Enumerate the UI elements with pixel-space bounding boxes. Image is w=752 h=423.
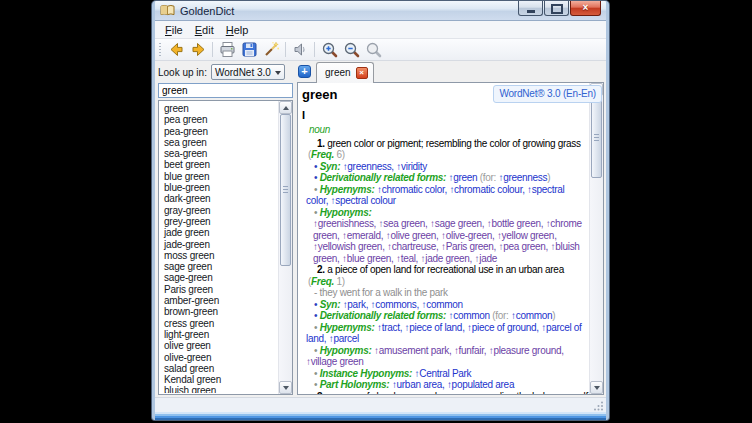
article-link[interactable]: ↑olive-green: [441, 230, 492, 241]
article-link[interactable]: ↑jade: [475, 253, 497, 264]
article-link[interactable]: ↑Paris green: [441, 241, 494, 252]
save-button[interactable]: [238, 40, 260, 60]
article-link[interactable]: ↑populated area: [447, 379, 514, 390]
article-link[interactable]: ↑pea green: [499, 241, 546, 252]
article-link[interactable]: ↑Central Park: [415, 368, 472, 379]
article-link[interactable]: ↑greenness: [499, 172, 548, 183]
word-list-scrollbar[interactable]: [278, 101, 292, 394]
scrollbar-thumb[interactable]: [591, 98, 602, 178]
article-link[interactable]: ↑commons: [371, 299, 417, 310]
scrollbar-thumb[interactable]: [280, 114, 291, 266]
dictionary-badge[interactable]: WordNet® 3.0 (En-En): [493, 85, 602, 103]
list-item[interactable]: blue-green: [160, 182, 278, 193]
minimize-button[interactable]: [518, 1, 543, 16]
list-item[interactable]: amber-green: [160, 295, 278, 306]
window-title: GoldenDict: [180, 5, 234, 17]
article-link[interactable]: ↑spectral colour: [331, 195, 396, 206]
list-item[interactable]: sea-green: [160, 148, 278, 159]
list-item[interactable]: beet green: [160, 159, 278, 170]
back-button[interactable]: [165, 40, 187, 60]
close-button[interactable]: [570, 1, 601, 16]
article-link[interactable]: ↑tract: [377, 322, 400, 333]
add-tab-button[interactable]: [298, 65, 311, 78]
article-link[interactable]: ↑village green: [306, 356, 364, 367]
pronounce-button[interactable]: [289, 40, 311, 60]
list-item[interactable]: pea green: [160, 114, 278, 125]
list-item[interactable]: sage green: [160, 261, 278, 272]
article-link[interactable]: ↑chartreuse: [387, 241, 436, 252]
article-link[interactable]: ↑park: [343, 299, 366, 310]
article-link[interactable]: ↑urban area: [392, 379, 442, 390]
wand-button[interactable]: [260, 40, 282, 60]
list-item[interactable]: blue green: [160, 171, 278, 182]
article-link[interactable]: ↑sage green: [430, 218, 482, 229]
article-link[interactable]: ↑olive green: [386, 230, 436, 241]
list-item[interactable]: sage-green: [160, 272, 278, 283]
article-link[interactable]: ↑yellow green: [497, 230, 554, 241]
window-bottom-frame[interactable]: [155, 412, 606, 420]
article-link[interactable]: ↑common: [422, 299, 463, 310]
article-link[interactable]: ↑chromatic color: [377, 184, 444, 195]
article-link[interactable]: ↑blue green: [342, 253, 391, 264]
title-bar[interactable]: GoldenDict: [155, 1, 606, 21]
article-link[interactable]: ↑common: [511, 310, 552, 321]
list-item[interactable]: pea-green: [160, 126, 278, 137]
article-link[interactable]: ↑viridity: [396, 161, 427, 172]
article-link[interactable]: ↑yellowish green: [313, 241, 382, 252]
list-item[interactable]: moss green: [160, 250, 278, 261]
list-item[interactable]: Paris green: [160, 284, 278, 295]
article-link[interactable]: ↑pleasure ground: [489, 345, 561, 356]
list-item[interactable]: Kendal green: [160, 374, 278, 385]
article-link[interactable]: ↑emerald: [342, 230, 381, 241]
article-link[interactable]: ↑green: [449, 172, 478, 183]
list-item[interactable]: bluish green: [160, 385, 278, 393]
article-link[interactable]: ↑jade green: [421, 253, 470, 264]
forward-button[interactable]: [187, 40, 209, 60]
article-link[interactable]: ↑teal: [396, 253, 416, 264]
scroll-down-icon[interactable]: [279, 381, 292, 394]
zoom-reset-button[interactable]: [362, 40, 384, 60]
article-link[interactable]: ↑piece of land: [405, 322, 463, 333]
tab-close-icon[interactable]: [356, 67, 368, 79]
toolbar: [155, 39, 606, 61]
menu-help[interactable]: Help: [220, 23, 255, 37]
article-link[interactable]: ↑sea green: [379, 218, 425, 229]
scroll-down-icon[interactable]: [590, 381, 603, 394]
list-item[interactable]: light-green: [160, 329, 278, 340]
tab-green[interactable]: green: [316, 62, 374, 83]
list-item[interactable]: jade green: [160, 227, 278, 238]
print-button[interactable]: [216, 40, 238, 60]
article-link[interactable]: ↑bottle green: [487, 218, 541, 229]
list-item[interactable]: grey-green: [160, 216, 278, 227]
menu-edit[interactable]: Edit: [189, 23, 220, 37]
toolbar-grip[interactable]: [159, 43, 161, 57]
list-item[interactable]: green: [160, 103, 278, 114]
list-item[interactable]: salad green: [160, 363, 278, 374]
list-item[interactable]: cress green: [160, 318, 278, 329]
search-input[interactable]: [158, 83, 293, 98]
article-link[interactable]: ↑piece of ground: [467, 322, 536, 333]
zoom-out-button[interactable]: [340, 40, 362, 60]
article-scrollbar[interactable]: [589, 83, 603, 394]
article-link[interactable]: ↑common: [449, 310, 490, 321]
article-link[interactable]: ↑greenness: [343, 161, 392, 172]
list-item[interactable]: jade-green: [160, 239, 278, 250]
article-link[interactable]: ↑parcel: [329, 333, 359, 344]
list-item[interactable]: dark-green: [160, 193, 278, 204]
list-item[interactable]: brown-green: [160, 306, 278, 317]
list-item[interactable]: sea green: [160, 137, 278, 148]
maximize-button[interactable]: [544, 1, 569, 16]
list-item[interactable]: olive green: [160, 340, 278, 351]
resize-grip-icon[interactable]: [593, 400, 604, 411]
menu-file[interactable]: File: [159, 23, 189, 37]
relation-row: • Hyponyms:: [302, 207, 588, 219]
zoom-in-button[interactable]: [318, 40, 340, 60]
article-link[interactable]: ↑amusement park: [374, 345, 449, 356]
article-link[interactable]: ↑chromatic colour: [449, 184, 522, 195]
scroll-up-icon[interactable]: [279, 101, 292, 114]
article-link[interactable]: ↑greenishness: [313, 218, 374, 229]
list-item[interactable]: olive-green: [160, 352, 278, 363]
article-link[interactable]: ↑funfair: [454, 345, 484, 356]
dictionary-select[interactable]: WordNet 3.0: [211, 64, 285, 80]
list-item[interactable]: gray-green: [160, 205, 278, 216]
